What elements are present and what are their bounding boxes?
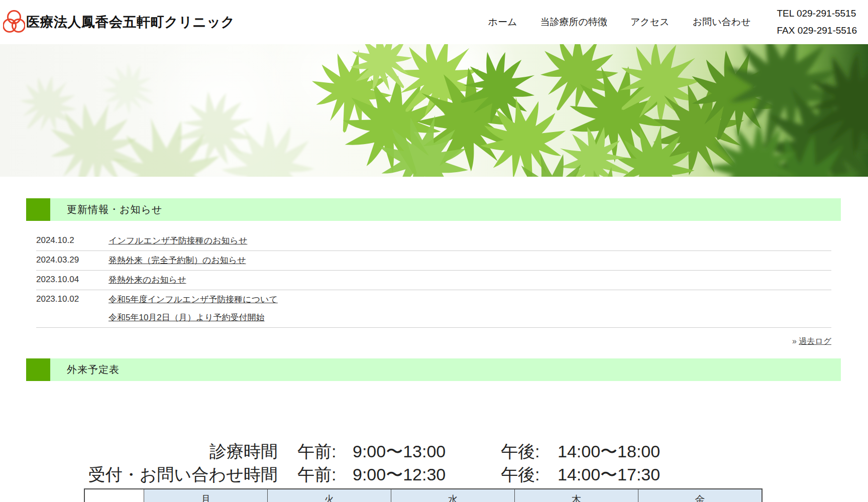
news-link[interactable]: 令和5年10月2日（月）より予約受付開始 [108, 312, 278, 323]
outpatient-schedule-table: 科目 月 火 水 木 金 [84, 488, 868, 502]
news-section-title: 更新情報・お知らせ [67, 203, 162, 216]
am-label: 午前: [278, 440, 353, 463]
news-date: 2024.10.2 [36, 235, 108, 245]
clinic-logo-icon [3, 9, 25, 35]
pm-label: 午後: [501, 440, 558, 463]
pm-time: 14:00〜17:30 [558, 463, 714, 486]
am-label: 午前: [278, 463, 353, 486]
pm-time: 14:00〜18:00 [558, 440, 714, 463]
archive-log-link[interactable]: 過去ログ [799, 337, 831, 345]
news-section-header: 更新情報・お知らせ [26, 198, 841, 221]
news-date: 2023.10.04 [36, 274, 108, 285]
main-nav: ホーム 当診療所の特徴 アクセス お問い合わせ [488, 16, 751, 29]
contact-numbers: TEL 029-291-5515 FAX 029-291-5516 [777, 8, 857, 36]
day-header-fri: 金 [638, 489, 763, 502]
page-title: 医療法人鳳香会五軒町クリニック [26, 13, 235, 31]
news-row: 2024.03.29 発熱外来（完全予約制）のお知らせ [36, 251, 831, 271]
am-time: 9:00〜12:30 [353, 463, 501, 486]
tel-number: TEL 029-291-5515 [777, 8, 856, 19]
news-link[interactable]: 発熱外来のお知らせ [108, 274, 186, 286]
archive-line: » 過去ログ [0, 336, 831, 347]
opening-hours: 診療時間 午前: 9:00〜13:00 午後: 14:00〜18:00 受付・お… [84, 440, 868, 486]
brand[interactable]: 医療法人鳳香会五軒町クリニック [3, 9, 235, 35]
news-row: 2023.10.04 発熱外来のお知らせ [36, 271, 831, 290]
section-accent-square [26, 198, 50, 221]
schedule-section-header: 外来予定表 [26, 358, 841, 381]
am-time: 9:00〜13:00 [353, 440, 501, 463]
news-link[interactable]: インフルエンザ予防接種のお知らせ [108, 235, 247, 246]
section-accent-square [26, 358, 50, 381]
nav-item-contact[interactable]: お問い合わせ [693, 16, 751, 29]
news-row: 2024.10.2 インフルエンザ予防接種のお知らせ [36, 231, 831, 251]
maple-leaves-illustration [0, 44, 868, 177]
news-date: 2023.10.02 [36, 294, 108, 304]
news-link[interactable]: 発熱外来（完全予約制）のお知らせ [108, 255, 246, 266]
clinic-homepage: { "header": { "clinic_name": "医療法人鳳香会五軒町… [0, 0, 868, 502]
archive-prefix: » [792, 337, 797, 345]
news-date: 2024.03.29 [36, 255, 108, 265]
day-header-thu: 木 [515, 489, 638, 502]
hero-image [0, 44, 868, 177]
nav-item-access[interactable]: アクセス [630, 16, 670, 29]
day-header-wed: 水 [391, 489, 515, 502]
hours-label: 受付・お問い合わせ時間 [84, 463, 278, 486]
table-corner-cell: 科目 [84, 489, 144, 502]
fax-number: FAX 029-291-5516 [777, 25, 857, 36]
nav-item-home[interactable]: ホーム [488, 16, 517, 29]
pm-label: 午後: [501, 463, 558, 486]
hours-label: 診療時間 [84, 440, 278, 463]
day-header-mon: 月 [144, 489, 268, 502]
news-link[interactable]: 令和5年度インフルエンザ予防接種について [108, 294, 278, 305]
news-list: 2024.10.2 インフルエンザ予防接種のお知らせ 2024.03.29 発熱… [36, 231, 831, 328]
nav-item-features[interactable]: 当診療所の特徴 [540, 16, 607, 29]
news-row: 2023.10.02 令和5年度インフルエンザ予防接種について 令和5年10月2… [36, 290, 831, 328]
day-header-tue: 火 [268, 489, 391, 502]
header: 医療法人鳳香会五軒町クリニック ホーム 当診療所の特徴 アクセス お問い合わせ … [0, 0, 868, 44]
schedule-section-title: 外来予定表 [67, 363, 120, 376]
